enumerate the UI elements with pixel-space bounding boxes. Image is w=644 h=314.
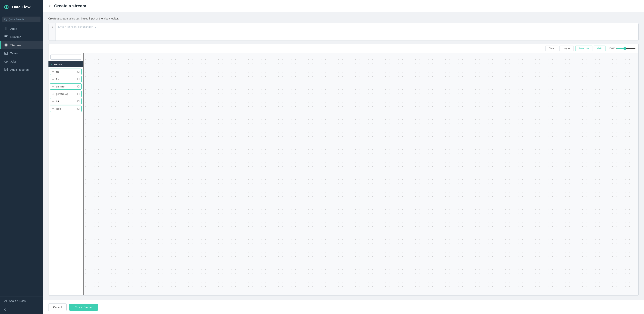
arrow-right-icon: ⇒ [52, 92, 54, 95]
visual-editor: Clear Layout Auto Link Grid 100% ▼ [48, 44, 638, 295]
svg-point-2 [6, 6, 8, 8]
palette-group-arrow-icon: ▼ [51, 63, 53, 66]
grid-button[interactable]: Grid [594, 46, 606, 51]
stream-canvas[interactable] [84, 53, 638, 295]
palette-item-left: ⇒ gemfire-cq [52, 92, 68, 95]
palette-item-label: gemfire [56, 85, 64, 88]
palette-item-left: ⇒ ftp [52, 78, 59, 81]
palette-item-port-icon [78, 71, 80, 73]
cancel-button[interactable]: Cancel [48, 303, 66, 311]
page-title: Create a stream [54, 4, 86, 9]
arrow-right-icon: ⇒ [52, 100, 54, 103]
palette-item-http[interactable]: ⇒ http [50, 98, 82, 104]
palette-item-gemfire[interactable]: ⇒ gemfire [50, 83, 82, 90]
footer-bar: Cancel Create Stream [43, 300, 644, 314]
sidebar-item-audit-label: Audit Records [10, 68, 28, 71]
palette-group-label: source [54, 63, 62, 66]
autolink-button[interactable]: Auto Link [575, 46, 592, 51]
about-docs-label: About & Docs [9, 299, 26, 302]
sidebar-header: Data Flow [0, 0, 43, 14]
back-arrow-icon [48, 4, 52, 8]
palette-item-label: http [56, 100, 60, 103]
palette-item-port-icon [78, 100, 80, 102]
app-title: Data Flow [12, 5, 30, 9]
page-header: Create a stream [43, 0, 644, 12]
palette-item-label: gemfire-cq [56, 93, 68, 95]
chevron-left-icon [4, 308, 6, 311]
clear-button[interactable]: Clear [545, 46, 558, 51]
palette-item-port-icon [78, 93, 80, 95]
apps-icon [4, 27, 8, 31]
sidebar-item-apps-label: Apps [10, 27, 17, 30]
palette-item-port-icon [78, 86, 80, 88]
audit-icon [4, 68, 8, 72]
layout-button[interactable]: Layout [560, 46, 574, 51]
search-icon [4, 18, 7, 21]
palette-item-file[interactable]: ⇒ file [50, 69, 82, 75]
zoom-control: 100% [608, 47, 636, 50]
sidebar-item-runtime[interactable]: Runtime [0, 33, 43, 41]
stream-definition-input[interactable] [56, 23, 638, 41]
palette-item-left: ⇒ http [52, 100, 60, 103]
arrow-right-icon: ⇒ [52, 107, 54, 110]
sidebar-item-streams[interactable]: Streams [0, 41, 43, 49]
palette-item-label: ftp [56, 78, 59, 81]
app-logo-icon [3, 4, 10, 11]
sidebar: Data Flow Apps Runtime [0, 0, 43, 314]
main-content: Create a stream Create a stream using te… [43, 0, 644, 314]
palette-item-label: file [56, 70, 60, 73]
line-number-1: 1 [52, 25, 53, 28]
tasks-icon [4, 51, 8, 55]
arrow-right-icon: ⇒ [52, 70, 54, 73]
sidebar-nav: Apps Runtime Streams Tasks [0, 25, 43, 296]
palette-item-gemfire-cq[interactable]: ⇒ gemfire-cq [50, 91, 82, 97]
sidebar-item-jobs[interactable]: Jobs [0, 57, 43, 66]
sidebar-item-streams-label: Streams [10, 44, 21, 47]
leaf-icon [4, 299, 7, 303]
palette-item-left: ⇒ jdbc [52, 107, 61, 110]
palette-item-jdbc[interactable]: ⇒ jdbc [50, 106, 82, 112]
search-input[interactable] [8, 18, 38, 21]
svg-point-5 [6, 45, 6, 45]
palette-item-label: jdbc [56, 107, 61, 110]
zoom-slider[interactable] [616, 47, 636, 50]
create-stream-button[interactable]: Create Stream [69, 304, 98, 311]
streams-icon [4, 43, 8, 47]
sidebar-item-runtime-label: Runtime [10, 35, 21, 39]
visual-toolbar: Clear Layout Auto Link Grid 100% [48, 44, 638, 53]
sidebar-collapse-button[interactable] [0, 305, 43, 314]
sidebar-item-jobs-label: Jobs [10, 60, 16, 63]
palette-items-list: ⇒ file ⇒ ftp ⇒ gemfire ⇒ gemfire-cq [48, 67, 83, 113]
runtime-icon [4, 35, 8, 39]
palette-search-input[interactable] [50, 55, 81, 60]
page-body: Create a stream using text based input o… [43, 12, 644, 300]
palette-panel: ▼ source ⇒ file ⇒ ftp ⇒ gemfire [48, 53, 84, 295]
back-button[interactable] [48, 4, 52, 8]
stream-text-editor: 1 [48, 23, 638, 41]
search-box[interactable] [2, 17, 40, 22]
about-docs-link[interactable]: About & Docs [0, 296, 43, 305]
sidebar-item-audit[interactable]: Audit Records [0, 66, 43, 74]
jobs-icon [4, 59, 8, 63]
page-subtitle: Create a stream using text based input o… [48, 17, 638, 20]
svg-rect-6 [4, 52, 8, 55]
palette-group-header[interactable]: ▼ source [48, 61, 83, 67]
sidebar-item-tasks[interactable]: Tasks [0, 49, 43, 57]
sidebar-item-apps[interactable]: Apps [0, 25, 43, 33]
palette-search-area [48, 53, 83, 61]
palette-item-left: ⇒ gemfire [52, 85, 64, 88]
palette-item-left: ⇒ file [52, 70, 60, 73]
palette-item-ftp[interactable]: ⇒ ftp [50, 76, 82, 82]
palette-item-port-icon [78, 78, 80, 80]
arrow-right-icon: ⇒ [52, 85, 54, 88]
sidebar-item-tasks-label: Tasks [10, 52, 18, 55]
visual-body: ▼ source ⇒ file ⇒ ftp ⇒ gemfire [48, 53, 638, 295]
palette-item-port-icon [78, 108, 80, 110]
line-numbers: 1 [48, 23, 56, 41]
zoom-label: 100% [608, 47, 615, 50]
arrow-right-icon: ⇒ [52, 78, 54, 81]
